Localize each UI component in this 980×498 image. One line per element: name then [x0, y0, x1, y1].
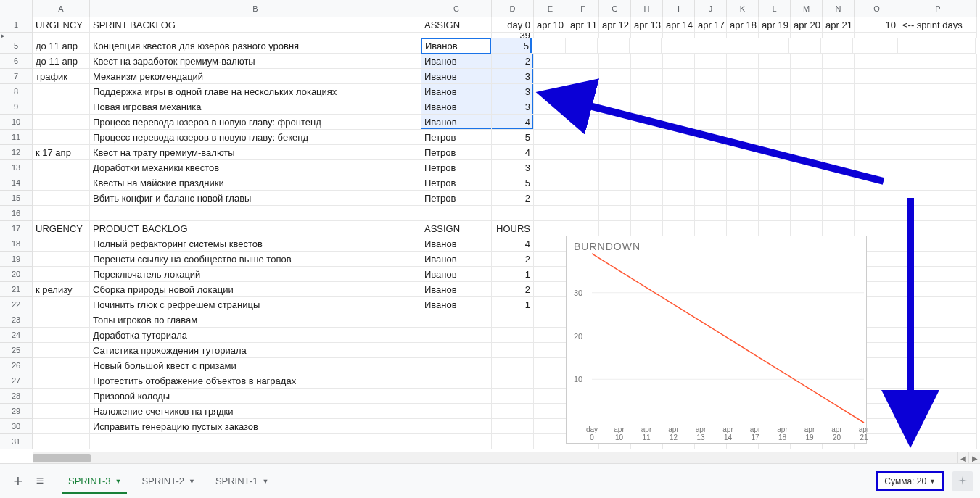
row-header[interactable]: 6	[0, 54, 33, 69]
scroll-left-icon[interactable]: ◀	[957, 452, 968, 463]
cell-D30[interactable]	[492, 419, 534, 434]
cell-P26[interactable]	[899, 358, 977, 373]
cell-C17[interactable]: ASSIGN	[421, 221, 492, 236]
cell-N5[interactable]	[821, 38, 853, 54]
cell-B28[interactable]: Призовой колоды	[90, 389, 421, 404]
cell-E9[interactable]	[534, 99, 567, 115]
cell-A26[interactable]	[33, 358, 90, 373]
cell-F9[interactable]	[567, 99, 599, 115]
cell-G9[interactable]	[599, 99, 631, 115]
cell-G1[interactable]: apr 12	[599, 17, 631, 33]
explore-button[interactable]	[952, 471, 973, 491]
cell-P27[interactable]	[899, 373, 977, 389]
cell-H9[interactable]	[631, 99, 663, 115]
cell-F10[interactable]	[567, 115, 599, 130]
cell-A12[interactable]: к 17 апр	[33, 145, 90, 160]
row-header[interactable]: ▸	[0, 33, 33, 38]
cell-E27[interactable]	[534, 373, 567, 389]
cell-M5[interactable]	[789, 38, 821, 54]
cell-C9[interactable]: Иванов	[421, 99, 492, 115]
cell-A14[interactable]	[33, 175, 90, 191]
row-header[interactable]: 26	[0, 358, 33, 373]
cell-K1[interactable]: apr 18	[727, 17, 759, 33]
cell-E12[interactable]	[534, 145, 567, 160]
cell-P9[interactable]	[899, 99, 977, 115]
row-header[interactable]: 24	[0, 328, 33, 343]
cell-C25[interactable]	[421, 343, 492, 358]
col-header-O[interactable]: O	[855, 0, 899, 17]
cell-P23[interactable]	[899, 312, 977, 328]
cell-F6[interactable]	[567, 54, 599, 69]
cell-D16[interactable]	[492, 206, 534, 221]
cell-K16[interactable]	[727, 206, 759, 221]
cell-B5[interactable]: Концепция квестов для юзеров разного уро…	[90, 38, 421, 54]
cell-C24[interactable]	[421, 328, 492, 343]
cell-F7[interactable]	[567, 69, 599, 84]
cell-F2[interactable]	[567, 33, 599, 38]
cell-E2[interactable]	[534, 33, 567, 38]
cell-E1[interactable]: apr 10	[534, 17, 567, 33]
col-header-G[interactable]: G	[599, 0, 631, 17]
cell-I14[interactable]	[663, 175, 695, 191]
cell-E26[interactable]	[534, 358, 567, 373]
cell-A23[interactable]	[33, 312, 90, 328]
row-header[interactable]: 27	[0, 373, 33, 389]
cell-O17[interactable]	[855, 221, 899, 236]
cell-O2[interactable]	[855, 33, 899, 38]
cell-H13[interactable]	[631, 160, 663, 175]
cell-F5[interactable]	[566, 38, 598, 54]
cell-P5[interactable]	[898, 38, 976, 54]
row-header[interactable]: 28	[0, 389, 33, 404]
cell-K15[interactable]	[727, 191, 759, 206]
cell-N12[interactable]	[823, 145, 855, 160]
cell-B11[interactable]: Процесс перевода юзеров в новую главу: б…	[90, 130, 421, 145]
cell-P30[interactable]	[899, 419, 977, 434]
cell-D17[interactable]: HOURS	[492, 221, 534, 236]
cell-L13[interactable]	[759, 160, 791, 175]
cell-F8[interactable]	[567, 84, 599, 99]
cell-K10[interactable]	[727, 115, 759, 130]
cell-J9[interactable]	[695, 99, 727, 115]
cell-B2[interactable]	[90, 33, 421, 38]
scrollbar-thumb[interactable]	[33, 454, 91, 462]
cell-O7[interactable]	[855, 69, 899, 84]
cell-J2[interactable]	[695, 33, 727, 38]
cell-A28[interactable]	[33, 389, 90, 404]
cell-A13[interactable]	[33, 160, 90, 175]
cell-N10[interactable]	[823, 115, 855, 130]
cell-N16[interactable]	[823, 206, 855, 221]
cell-B6[interactable]: Квест на заработок премиум-валюты	[90, 54, 421, 69]
cell-J11[interactable]	[695, 130, 727, 145]
cell-B30[interactable]: Исправить генерацию пустых заказов	[90, 419, 421, 434]
cell-I5[interactable]	[662, 38, 693, 54]
cell-J16[interactable]	[695, 206, 727, 221]
cell-J14[interactable]	[695, 175, 727, 191]
cell-C19[interactable]: Иванов	[421, 252, 492, 267]
cell-E14[interactable]	[534, 175, 567, 191]
cell-K11[interactable]	[727, 130, 759, 145]
cell-A11[interactable]	[33, 130, 90, 145]
cell-O14[interactable]	[855, 175, 899, 191]
cell-L15[interactable]	[759, 191, 791, 206]
cell-H11[interactable]	[631, 130, 663, 145]
row-header[interactable]: 21	[0, 282, 33, 297]
cell-M11[interactable]	[791, 130, 823, 145]
col-header-D[interactable]: D	[492, 0, 534, 17]
cell-O9[interactable]	[855, 99, 899, 115]
cell-B31[interactable]	[90, 434, 421, 449]
cell-K17[interactable]	[727, 221, 759, 236]
cell-C16[interactable]	[421, 206, 492, 221]
cell-M6[interactable]	[791, 54, 823, 69]
cell-F12[interactable]	[567, 145, 599, 160]
cell-N2[interactable]	[823, 33, 855, 38]
cell-J12[interactable]	[695, 145, 727, 160]
cell-I13[interactable]	[663, 160, 695, 175]
cell-P17[interactable]	[899, 221, 977, 236]
cell-D26[interactable]	[492, 358, 534, 373]
cell-I9[interactable]	[663, 99, 695, 115]
cell-H5[interactable]	[630, 38, 662, 54]
cell-F16[interactable]	[567, 206, 599, 221]
row-header[interactable]: 31	[0, 434, 33, 449]
cell-M14[interactable]	[791, 175, 823, 191]
caret-down-icon[interactable]: ▼	[115, 478, 122, 485]
